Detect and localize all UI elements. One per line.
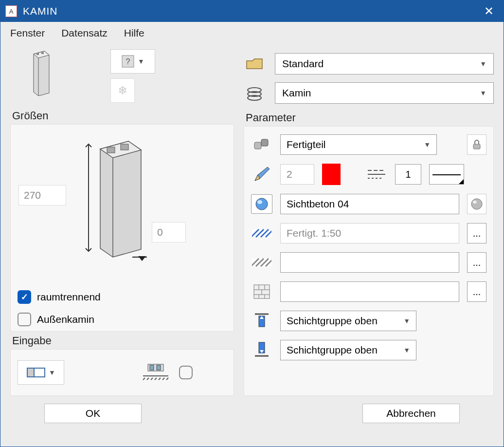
titlebar: A KAMIN ✕ [0,0,504,22]
svg-rect-32 [254,142,261,149]
svg-rect-3 [36,53,39,55]
menubar: Fenster Datensatz Hilfe [0,22,504,44]
lock-button[interactable] [467,134,486,155]
plan-icon [26,365,46,380]
raumtrennend-row: raumtrennend [18,290,227,304]
aussenkamin-checkbox[interactable] [18,313,31,326]
lock-icon [472,139,482,150]
svg-rect-12 [121,144,128,150]
linetype-icon [366,165,387,184]
svg-marker-28 [247,59,262,69]
close-icon[interactable]: ✕ [479,4,499,18]
svg-marker-0 [34,51,49,96]
chevron-down-icon: ▼ [403,346,410,354]
menu-hilfe[interactable]: Hilfe [124,27,144,39]
folder-icon [244,54,265,74]
input-mode-dropdown[interactable]: ▼ [18,360,64,385]
menu-fenster[interactable]: Fenster [10,27,45,39]
freeze-button[interactable]: ❄ [110,78,135,103]
schicht-top-select[interactable]: Schichtgruppe oben ▼ [280,311,416,331]
sphere-icon [470,198,483,210]
top-area: ? ▼ ❄ Größen [10,49,494,396]
pattern-icon [251,282,272,301]
layer-bottom-icon [251,340,272,360]
app-icon: A [5,5,17,17]
dialog-body: ? ▼ ❄ Größen [0,44,504,447]
hatch1-more-button[interactable]: ... [467,223,486,243]
svg-line-22 [147,378,149,380]
snowflake-icon: ❄ [118,84,127,97]
component-type-icon [251,135,272,154]
eingabe-group: ▼ [10,349,234,396]
dialog-footer: OK Abbrechen [10,401,494,423]
hatch-blue-icon [251,224,272,243]
svg-rect-33 [261,139,268,146]
svg-line-25 [159,378,161,380]
menu-datensatz[interactable]: Datensatz [61,27,108,39]
foundation-icon [142,361,169,384]
foundation-checkbox[interactable] [179,366,193,379]
cancel-button[interactable]: Abbrechen [362,404,460,423]
question-icon: ? [121,55,135,68]
layer-select[interactable]: Kamin ▼ [275,82,494,104]
pattern-more-button[interactable]: ... [467,281,486,302]
right-column: Standard ▼ Kamin ▼ Paramete [244,49,494,396]
svg-rect-18 [150,365,154,370]
pen-number: 2 [280,164,314,185]
groessen-group: 270 0 raumtrennend Außenkamin [10,124,234,332]
hatch1-input: Fertigt. 1:50 [280,223,459,243]
chevron-down-icon: ▼ [138,57,144,65]
surface-input[interactable]: Sichtbeton 04 [280,194,459,214]
preset-select[interactable]: Standard ▼ [275,53,494,74]
aussenkamin-label: Außenkamin [37,314,94,325]
hatch-grey-icon [251,253,272,272]
left-column: ? ▼ ❄ Größen [10,49,234,396]
height-input[interactable]: 270 [18,185,66,205]
dialog-window: A KAMIN ✕ Fenster Datensatz Hilfe [0,0,504,447]
svg-line-24 [155,378,157,380]
hatch2-more-button[interactable]: ... [467,252,486,273]
surface-icon[interactable] [251,194,272,214]
element-type-row: ? ▼ ❄ [10,49,234,103]
parameter-group: Fertigteil ▼ 2 [244,126,494,396]
pen-icon [251,165,272,184]
svg-line-21 [143,378,145,380]
svg-rect-34 [473,144,480,149]
raumtrennend-checkbox[interactable] [18,290,31,304]
svg-rect-4 [41,52,44,54]
svg-text:?: ? [126,57,130,66]
svg-rect-19 [157,365,161,370]
chevron-down-icon: ▼ [403,317,410,325]
parameter-label: Parameter [246,112,494,124]
chevron-down-icon: ▼ [49,369,55,376]
chimney-icon [30,49,52,98]
hatch2-input[interactable] [280,252,459,273]
type-select[interactable]: Fertigteil ▼ [280,134,437,155]
svg-marker-8 [100,141,141,257]
svg-point-48 [473,201,477,204]
chimney-preview [84,134,157,263]
svg-point-47 [471,199,482,209]
svg-point-46 [257,200,262,204]
linetype-preview[interactable] [429,164,464,185]
linetype-number[interactable]: 1 [395,164,421,185]
schicht-bottom-select[interactable]: Schichtgruppe oben ▼ [280,340,416,360]
surface-sphere-button[interactable] [467,194,486,214]
chevron-down-icon: ▼ [480,89,486,97]
chevron-down-icon: ▼ [424,141,431,149]
aussenkamin-row: Außenkamin [18,313,227,326]
help-type-dropdown[interactable]: ? ▼ [110,49,155,74]
svg-line-27 [166,378,168,380]
raumtrennend-label: raumtrennend [37,291,101,303]
svg-line-26 [162,378,164,380]
width-input[interactable]: 0 [152,222,186,242]
groessen-label: Größen [12,110,234,122]
svg-point-45 [256,198,268,210]
window-title: KAMIN [23,5,479,17]
eingabe-label: Eingabe [12,335,234,347]
pattern-input[interactable] [280,281,459,302]
svg-rect-11 [107,147,115,153]
layer-top-icon [251,311,272,331]
pen-color-swatch[interactable] [322,164,341,185]
ok-button[interactable]: OK [44,404,142,423]
